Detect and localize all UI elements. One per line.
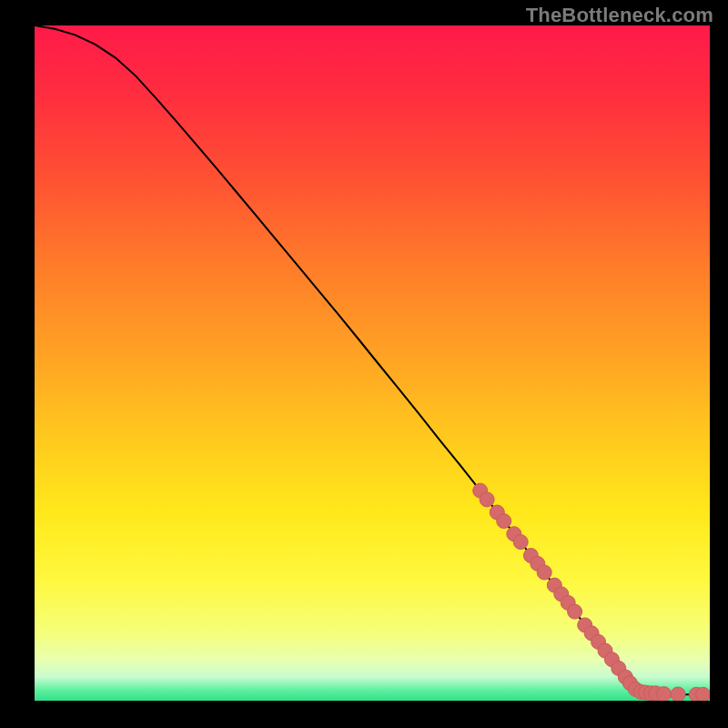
plot-area — [35, 25, 710, 701]
data-marker — [696, 687, 710, 701]
chart-frame: TheBottleneck.com — [0, 0, 728, 728]
data-marker — [537, 565, 551, 580]
data-marker — [513, 535, 528, 550]
data-marker — [568, 604, 582, 619]
attribution-text: TheBottleneck.com — [526, 4, 713, 27]
data-marker — [671, 687, 685, 701]
chart-svg — [35, 25, 710, 701]
data-marker — [480, 492, 494, 507]
data-marker — [497, 514, 511, 529]
gradient-background — [35, 25, 710, 701]
data-marker — [657, 687, 672, 701]
